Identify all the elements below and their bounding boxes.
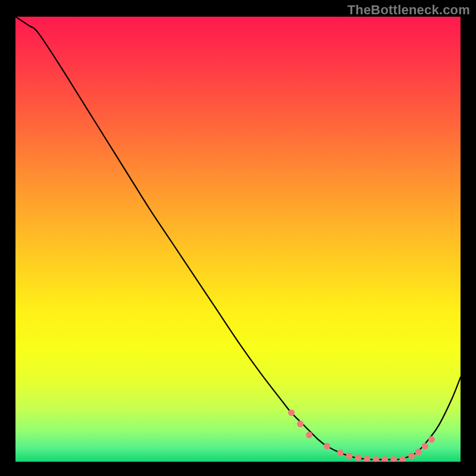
annotation-dot <box>306 432 312 439</box>
watermark-text: TheBottleneck.com <box>347 2 470 18</box>
annotation-dot <box>422 443 428 449</box>
chart-frame: TheBottleneck.com <box>0 0 476 476</box>
annotation-dot <box>428 436 435 443</box>
annotation-dot <box>415 449 421 455</box>
plot-area <box>15 17 461 462</box>
annotation-dot <box>337 450 344 456</box>
annotation-dot <box>408 453 415 459</box>
gradient-background <box>15 17 461 462</box>
annotation-dot <box>288 409 295 416</box>
annotation-dot <box>324 443 330 449</box>
annotation-dot <box>355 455 361 461</box>
annotation-dot <box>297 421 303 427</box>
plot-svg <box>15 17 461 462</box>
annotation-dot <box>346 453 353 459</box>
